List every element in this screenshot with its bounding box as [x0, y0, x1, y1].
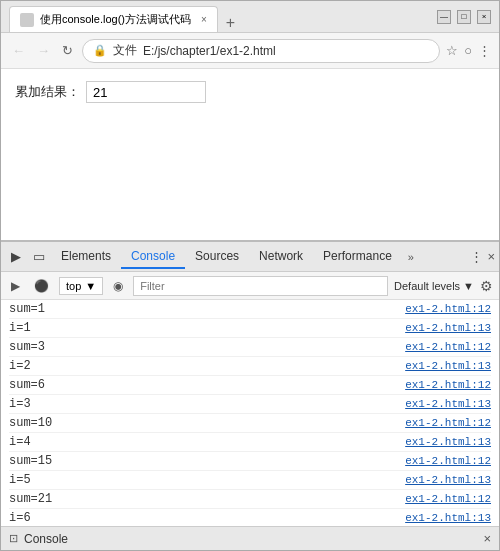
console-output: sum=1 ex1-2.html:12 i=1 ex1-2.html:13 su…: [1, 300, 499, 526]
tab-console[interactable]: Console: [121, 245, 185, 269]
address-right-buttons: ☆ ○ ⋮: [446, 43, 491, 58]
console-toolbar: ▶ ⚫ top ▼ ◉ Default levels ▼ ⚙: [1, 272, 499, 300]
profile-icon[interactable]: ○: [464, 43, 472, 58]
result-input[interactable]: [86, 81, 206, 103]
console-text: sum=6: [9, 378, 45, 392]
tab-title: 使用console.log()方法调试代码: [40, 12, 191, 27]
forward-button[interactable]: →: [34, 41, 53, 60]
console-link[interactable]: ex1-2.html:12: [405, 341, 491, 353]
page-content: 累加结果：: [1, 69, 499, 240]
devtools-panel: ▶ ▭ Elements Console Sources Network Per…: [1, 240, 499, 550]
console-row-2: sum=3 ex1-2.html:12: [9, 338, 491, 357]
new-tab-button[interactable]: +: [218, 14, 243, 32]
tab-performance[interactable]: Performance: [313, 245, 402, 269]
dropdown-arrow-icon: ▼: [85, 280, 96, 292]
console-bottom-icon[interactable]: ⊡: [9, 532, 18, 545]
console-link[interactable]: ex1-2.html:13: [405, 322, 491, 334]
browser-window: 使用console.log()方法调试代码 × + — □ × ← → ↻ 🔒 …: [0, 0, 500, 551]
inspect-icon[interactable]: ▶: [5, 245, 27, 268]
tab-elements[interactable]: Elements: [51, 245, 121, 269]
devtools-bottom-bar: ⊡ Console ×: [1, 526, 499, 550]
console-text: sum=3: [9, 340, 45, 354]
tab-favicon: [20, 13, 34, 27]
context-label: top: [66, 280, 81, 292]
close-button[interactable]: ×: [477, 10, 491, 24]
console-row-5: i=3 ex1-2.html:13: [9, 395, 491, 414]
result-label: 累加结果：: [15, 83, 80, 101]
secure-label: 文件: [113, 42, 137, 59]
console-link[interactable]: ex1-2.html:12: [405, 303, 491, 315]
browser-tab[interactable]: 使用console.log()方法调试代码 ×: [9, 6, 218, 32]
address-input[interactable]: 🔒 文件 E:/js/chapter1/ex1-2.html: [82, 39, 440, 63]
refresh-button[interactable]: ↻: [59, 41, 76, 60]
bookmark-icon[interactable]: ☆: [446, 43, 458, 58]
more-tabs-button[interactable]: »: [402, 247, 420, 267]
device-icon[interactable]: ▭: [27, 245, 51, 268]
filter-input[interactable]: [133, 276, 388, 296]
console-link[interactable]: ex1-2.html:13: [405, 512, 491, 524]
console-text: i=2: [9, 359, 31, 373]
back-button[interactable]: ←: [9, 41, 28, 60]
title-bar: 使用console.log()方法调试代码 × + — □ ×: [1, 1, 499, 33]
run-icon[interactable]: ▶: [7, 277, 24, 295]
address-bar: ← → ↻ 🔒 文件 E:/js/chapter1/ex1-2.html ☆ ○…: [1, 33, 499, 69]
eye-icon[interactable]: ◉: [109, 277, 127, 295]
devtools-tab-bar: ▶ ▭ Elements Console Sources Network Per…: [1, 242, 499, 272]
console-text: i=3: [9, 397, 31, 411]
console-link[interactable]: ex1-2.html:12: [405, 417, 491, 429]
minimize-button[interactable]: —: [437, 10, 451, 24]
tab-close-button[interactable]: ×: [201, 14, 207, 25]
console-row-7: i=4 ex1-2.html:13: [9, 433, 491, 452]
console-text: sum=15: [9, 454, 52, 468]
tab-area: 使用console.log()方法调试代码 × +: [9, 1, 431, 32]
maximize-button[interactable]: □: [457, 10, 471, 24]
tab-sources[interactable]: Sources: [185, 245, 249, 269]
default-levels-label: Default levels: [394, 280, 460, 292]
console-text: sum=10: [9, 416, 52, 430]
console-bottom-label: Console: [24, 532, 68, 546]
devtools-close-icon[interactable]: ×: [487, 249, 495, 264]
console-row-11: i=6 ex1-2.html:13: [9, 509, 491, 526]
console-text: i=4: [9, 435, 31, 449]
menu-icon[interactable]: ⋮: [478, 43, 491, 58]
console-link[interactable]: ex1-2.html:12: [405, 493, 491, 505]
clear-log-icon[interactable]: ⚫: [30, 277, 53, 295]
console-text: sum=21: [9, 492, 52, 506]
url-text: E:/js/chapter1/ex1-2.html: [143, 44, 276, 58]
console-row-8: sum=15 ex1-2.html:12: [9, 452, 491, 471]
console-row-9: i=5 ex1-2.html:13: [9, 471, 491, 490]
result-row: 累加结果：: [15, 81, 485, 103]
console-text: sum=1: [9, 302, 45, 316]
console-link[interactable]: ex1-2.html:13: [405, 398, 491, 410]
console-row-1: i=1 ex1-2.html:13: [9, 319, 491, 338]
console-text: i=1: [9, 321, 31, 335]
devtools-dots-icon[interactable]: ⋮: [470, 249, 483, 264]
context-dropdown[interactable]: top ▼: [59, 277, 103, 295]
secure-icon: 🔒: [93, 44, 107, 57]
console-link[interactable]: ex1-2.html:12: [405, 455, 491, 467]
default-levels-dropdown[interactable]: Default levels ▼: [394, 280, 474, 292]
devtools-actions: ⋮ ×: [470, 249, 495, 264]
devtools-close-button[interactable]: ×: [483, 531, 491, 546]
levels-arrow-icon: ▼: [463, 280, 474, 292]
console-text: i=5: [9, 473, 31, 487]
console-row-10: sum=21 ex1-2.html:12: [9, 490, 491, 509]
window-controls: — □ ×: [437, 10, 491, 24]
console-row-4: sum=6 ex1-2.html:12: [9, 376, 491, 395]
console-row-0: sum=1 ex1-2.html:12: [9, 300, 491, 319]
console-row-6: sum=10 ex1-2.html:12: [9, 414, 491, 433]
console-link[interactable]: ex1-2.html:13: [405, 474, 491, 486]
console-text: i=6: [9, 511, 31, 525]
settings-icon[interactable]: ⚙: [480, 278, 493, 294]
console-link[interactable]: ex1-2.html:13: [405, 360, 491, 372]
tab-network[interactable]: Network: [249, 245, 313, 269]
console-link[interactable]: ex1-2.html:13: [405, 436, 491, 448]
console-row-3: i=2 ex1-2.html:13: [9, 357, 491, 376]
console-link[interactable]: ex1-2.html:12: [405, 379, 491, 391]
